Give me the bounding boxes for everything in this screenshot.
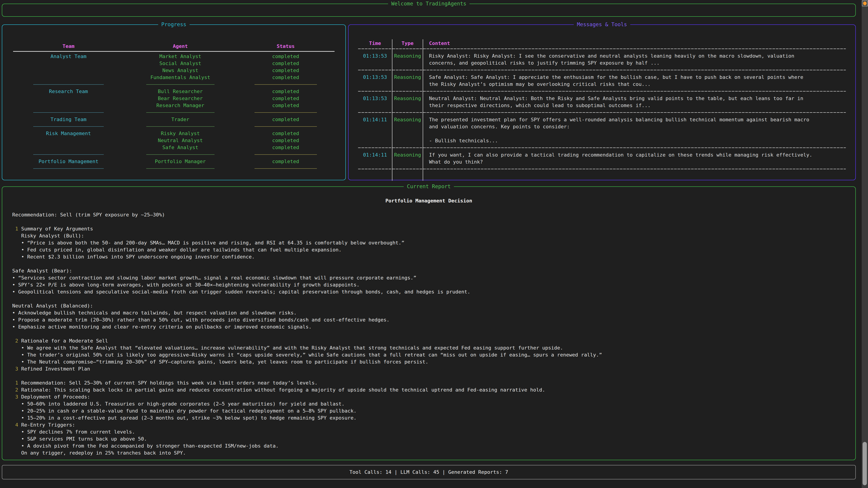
progress-agent-cell: Fundamentals Analyst: [125, 74, 236, 81]
messages-panel-title: Messages & Tools: [574, 21, 630, 28]
welcome-panel: Welcome to TradingAgents: [2, 4, 856, 17]
scrollbar-thumb[interactable]: [863, 442, 867, 485]
progress-team-cell: [12, 67, 125, 74]
progress-team-cell: [12, 102, 125, 109]
progress-team-cell: Analyst Team: [12, 53, 125, 60]
terminal-screen: Welcome to TradingAgents Progress Team A…: [0, 0, 868, 488]
message-row-rule: [393, 90, 423, 93]
report-line-text: • “Services sector contraction and slowi…: [12, 275, 416, 281]
report-line: [12, 295, 846, 302]
message-row-rule: [393, 111, 423, 114]
progress-group-separator: [125, 109, 236, 116]
message-row-rule: [358, 90, 393, 93]
report-panel: Current Report Portfolio Management Deci…: [2, 186, 856, 460]
progress-status-cell: completed: [235, 137, 336, 144]
message-row-rule: [358, 168, 393, 170]
report-line-text: • 50–60% into laddered U.S. Treasuries o…: [12, 401, 344, 407]
report-line: On any trigger, redeploy in 25% tranches…: [12, 449, 846, 456]
report-line: 1 Summary of Key Arguments: [12, 225, 846, 232]
report-line: [12, 372, 846, 379]
message-row-rule: [358, 147, 393, 149]
progress-group-separator: [125, 123, 236, 130]
report-line: Safe Analyst (Bear):: [12, 267, 846, 274]
report-line: 3 Deployment of Proceeds:: [12, 393, 846, 400]
progress-group-separator: [235, 109, 336, 116]
report-line: • 50–60% into laddered U.S. Treasuries o…: [12, 400, 846, 408]
messages-header-rule: [423, 47, 846, 50]
progress-status-cell: completed: [235, 60, 336, 67]
report-line: • The trader’s original 50% cut is likel…: [12, 351, 846, 358]
message-time: 01:14:11: [358, 114, 393, 147]
report-line-text: • 20–25% in cash or a stable-value fund …: [12, 408, 356, 414]
progress-group-separator: [12, 123, 125, 130]
scroll-marker-button[interactable]: [862, 0, 868, 6]
message-type: Reasoning: [393, 50, 423, 69]
progress-agent-cell: Bear Researcher: [125, 95, 236, 102]
report-list-number: 2: [12, 387, 21, 393]
progress-panel-title: Progress: [158, 21, 190, 28]
message-row-rule: [358, 111, 393, 114]
progress-team-cell: Research Team: [12, 88, 125, 95]
message-time: 01:14:11: [358, 149, 393, 168]
report-list-number: 1: [12, 380, 21, 386]
message-type: Reasoning: [393, 93, 423, 111]
report-line: • Recent $2.3 billion inflows into SPY u…: [12, 253, 846, 260]
report-body: Recommendation: Sell (trim SPY exposure …: [12, 211, 846, 456]
report-line: Neutral Analyst (Balanced):: [12, 302, 846, 309]
report-line-text: Summary of Key Arguments: [21, 226, 93, 232]
report-line: • “Services sector contraction and slowi…: [12, 274, 846, 281]
report-line: • Emphasize active monitoring and clear …: [12, 323, 846, 330]
progress-group-separator: [12, 81, 125, 88]
progress-agent-cell: Neutral Analyst: [125, 137, 236, 144]
scrollbar-track[interactable]: [862, 0, 868, 488]
progress-team-cell: Portfolio Management: [12, 158, 125, 165]
stats-footer: Tool Calls: 14 | LLM Calls: 45 | Generat…: [2, 465, 856, 480]
progress-status-cell: completed: [235, 144, 336, 151]
report-line-text: • Fed cuts priced in, global disinflatio…: [12, 247, 342, 253]
messages-col-content: Content: [423, 39, 846, 47]
message-content: Safe Analyst: Safe Analyst: I appreciate…: [423, 71, 846, 90]
progress-status-cell: completed: [235, 102, 336, 109]
progress-agent-cell: News Analyst: [125, 67, 236, 74]
report-line-text: Risky Analyst (Bull):: [12, 233, 84, 238]
progress-group-separator: [125, 151, 236, 158]
progress-agent-cell: Risky Analyst: [125, 130, 236, 137]
report-line-text: Re-Entry Triggers:: [21, 422, 75, 428]
progress-team-cell: Risk Management: [12, 130, 125, 137]
progress-status-cell: completed: [235, 95, 336, 102]
report-line-text: • Propose a moderate trim (20–30%) rathe…: [12, 317, 390, 323]
progress-team-cell: [12, 144, 125, 151]
report-line-text: • The trader’s original 50% cut is likel…: [12, 352, 602, 358]
progress-group-separator: [12, 151, 125, 158]
report-list-number: 3: [12, 394, 21, 400]
message-type: Reasoning: [393, 114, 423, 147]
progress-status-cell: completed: [235, 158, 336, 165]
progress-col-status: Status: [235, 42, 336, 50]
progress-group-separator: [235, 81, 336, 88]
messages-col-time: Time: [358, 39, 393, 47]
progress-agent-cell: Trader: [125, 116, 236, 123]
report-line: [12, 330, 846, 337]
progress-group-separator: [235, 123, 336, 130]
report-line: Recommendation: Sell (trim SPY exposure …: [12, 211, 846, 218]
report-line-text: • SPY’s 22× P/E is above long-term avera…: [12, 282, 360, 288]
progress-group-separator: [125, 165, 236, 172]
progress-team-cell: Trading Team: [12, 116, 125, 123]
report-line: 2 Rationale for a Moderate Sell: [12, 337, 846, 344]
report-list-number: 1: [12, 226, 21, 232]
message-time: 01:13:53: [358, 71, 393, 90]
stats-footer-text: Tool Calls: 14 | LLM Calls: 45 | Generat…: [2, 465, 855, 479]
progress-group-separator: [125, 81, 236, 88]
message-row-rule: [423, 111, 846, 114]
message-row-rule: [393, 147, 423, 149]
report-line-text: Refined Investment Plan: [21, 366, 90, 372]
report-line-text: Rationale for a Moderate Sell: [21, 338, 108, 344]
report-line: • SPY declines 7% from current levels.: [12, 428, 846, 435]
message-type: Reasoning: [393, 149, 423, 168]
report-line: • 15–20% in a cost-effective put spread …: [12, 414, 846, 421]
messages-trailing-space: [358, 170, 393, 181]
report-line-text: • A dovish pivot from the Fed accompanie…: [12, 443, 279, 449]
report-line: • Fed cuts priced in, global disinflatio…: [12, 246, 846, 253]
report-line: [12, 260, 846, 267]
progress-status-cell: completed: [235, 67, 336, 74]
